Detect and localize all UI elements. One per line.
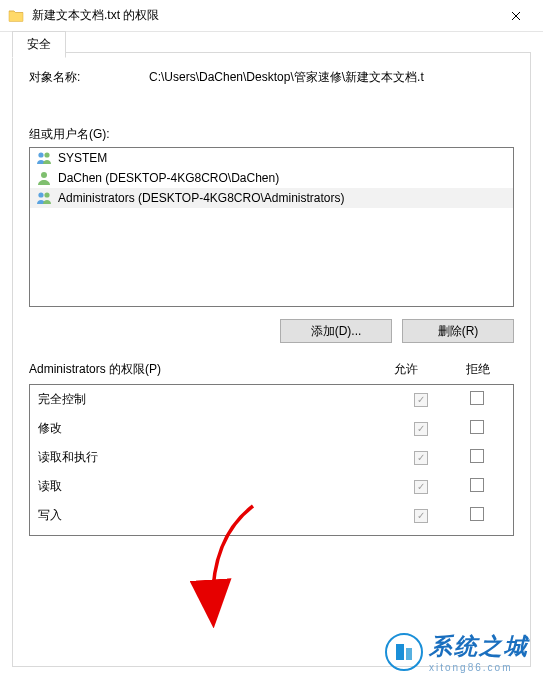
permission-label: 读取和执行 [38,449,393,466]
svg-point-2 [41,172,47,178]
permission-row: 完全控制 [30,385,513,414]
tab-panel: 安全 对象名称: C:\Users\DaChen\Desktop\管家速修\新建… [12,52,531,667]
folder-icon [8,8,24,24]
group-icon [36,150,52,166]
permissions-header: Administrators 的权限(P) 允许 拒绝 [29,361,514,378]
deny-column-header: 拒绝 [442,361,514,378]
titlebar: 新建文本文档.txt 的权限 [0,0,543,32]
deny-checkbox[interactable] [470,420,484,434]
principal-name: DaChen (DESKTOP-4KG8CRO\DaChen) [58,171,279,185]
button-row: 添加(D)... 删除(R) [29,319,514,343]
list-item[interactable]: Administrators (DESKTOP-4KG8CRO\Administ… [30,188,513,208]
object-row: 对象名称: C:\Users\DaChen\Desktop\管家速修\新建文本文… [29,69,514,98]
permissions-list[interactable]: 完全控制修改读取和执行读取写入 [29,384,514,536]
add-button[interactable]: 添加(D)... [280,319,392,343]
allow-checkbox[interactable] [414,451,428,465]
svg-point-4 [44,192,49,197]
tab-security[interactable]: 安全 [12,31,66,58]
principals-listbox[interactable]: SYSTEMDaChen (DESKTOP-4KG8CRO\DaChen)Adm… [29,147,514,307]
svg-point-1 [44,152,49,157]
close-button[interactable] [493,0,539,32]
groups-label: 组或用户名(G): [29,126,514,143]
permission-row: 修改 [30,414,513,443]
allow-checkbox[interactable] [414,393,428,407]
permission-row: 写入 [30,501,513,530]
allow-checkbox[interactable] [414,509,428,523]
principal-name: SYSTEM [58,151,107,165]
permission-label: 修改 [38,420,393,437]
allow-column-header: 允许 [370,361,442,378]
user-icon [36,170,52,186]
object-name-label: 对象名称: [29,69,149,86]
permission-label: 完全控制 [38,391,393,408]
window-title: 新建文本文档.txt 的权限 [32,7,493,24]
object-path: C:\Users\DaChen\Desktop\管家速修\新建文本文档.t [149,69,514,86]
deny-checkbox[interactable] [470,507,484,521]
remove-button[interactable]: 删除(R) [402,319,514,343]
allow-checkbox[interactable] [414,422,428,436]
svg-point-3 [38,192,43,197]
permission-label: 读取 [38,478,393,495]
permission-row: 读取 [30,472,513,501]
dialog-body: 安全 对象名称: C:\Users\DaChen\Desktop\管家速修\新建… [0,32,543,681]
deny-checkbox[interactable] [470,478,484,492]
permission-row: 读取和执行 [30,443,513,472]
svg-point-0 [38,152,43,157]
permissions-label: Administrators 的权限(P) [29,361,370,378]
principal-name: Administrators (DESKTOP-4KG8CRO\Administ… [58,191,345,205]
deny-checkbox[interactable] [470,391,484,405]
allow-checkbox[interactable] [414,480,428,494]
list-item[interactable]: SYSTEM [30,148,513,168]
close-icon [511,11,521,21]
deny-checkbox[interactable] [470,449,484,463]
group-icon [36,190,52,206]
permission-label: 写入 [38,507,393,524]
list-item[interactable]: DaChen (DESKTOP-4KG8CRO\DaChen) [30,168,513,188]
